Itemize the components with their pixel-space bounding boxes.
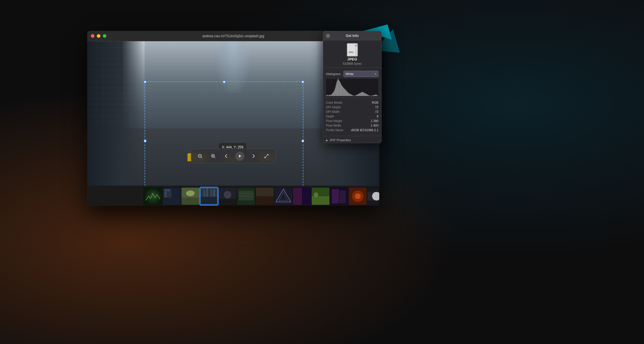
svg-rect-24 [211, 189, 212, 197]
svg-rect-21 [201, 197, 218, 205]
divider-1 [323, 68, 381, 68]
thumbnail-9[interactable] [293, 188, 311, 205]
zoom-in-button[interactable] [209, 152, 218, 160]
thumbnail-4[interactable] [200, 188, 218, 205]
divider-3 [323, 136, 381, 136]
thumbnail-13[interactable] [368, 188, 379, 205]
svg-line-4 [214, 157, 215, 158]
property-dpi-height: DPI Height 72 [326, 105, 378, 109]
property-pixel-height: Pixel Height 1 280 [326, 119, 378, 123]
svg-rect-10 [144, 188, 162, 205]
histogram-mode-value: White [345, 72, 353, 76]
property-profile-name: Profile Name sRGB IEC61966-2.1 [326, 128, 378, 132]
svg-line-8 [266, 154, 268, 156]
thumbnail-7[interactable] [256, 188, 274, 205]
maximize-button[interactable] [103, 34, 106, 38]
property-pixel-width: Pixel Width 1 920 [326, 123, 378, 128]
svg-rect-16 [164, 195, 167, 197]
expand-arrow-icon: ▶ [326, 139, 328, 142]
thumbnail-strip [143, 186, 379, 206]
svg-rect-42 [302, 188, 311, 205]
svg-line-1 [201, 157, 202, 158]
play-button[interactable] [235, 152, 244, 161]
property-dpi-width: DPI Width 72 [326, 109, 378, 114]
zoom-out-button[interactable] [196, 152, 204, 160]
thumbnail-12[interactable] [349, 188, 367, 205]
image-toolbar [191, 149, 276, 163]
svg-point-18 [186, 190, 195, 196]
info-panel-close-button[interactable]: × [326, 34, 330, 38]
center-buildings [145, 41, 322, 113]
svg-rect-14 [167, 189, 169, 191]
thumbnail-11[interactable] [330, 188, 348, 205]
histogram-row: Histogram: White ▾ [323, 69, 381, 79]
traffic-lights [91, 34, 106, 38]
svg-rect-41 [293, 188, 302, 205]
file-info-section: JPEG JPEG 533888 bytes [323, 40, 381, 66]
histogram-chart [326, 79, 378, 96]
thumbnail-8[interactable] [274, 188, 292, 205]
histogram-label: Histogram: [326, 72, 341, 76]
file-size-label: 533888 bytes [343, 62, 361, 65]
minimize-button[interactable] [97, 34, 100, 38]
thumbnail-2[interactable] [163, 188, 181, 205]
thumbnail-10[interactable] [312, 188, 329, 205]
thumbnail-5[interactable] [219, 188, 236, 205]
svg-rect-19 [181, 198, 199, 205]
svg-rect-13 [164, 189, 167, 191]
svg-rect-48 [339, 190, 346, 203]
building-grid-left [90, 41, 142, 127]
svg-rect-47 [332, 189, 339, 203]
histogram-chevron-icon: ▾ [375, 72, 376, 75]
info-panel-title: Get Info [346, 34, 359, 38]
svg-line-9 [265, 156, 266, 158]
svg-point-27 [224, 191, 231, 198]
info-panel: × Get Info JPEG JPEG 533888 bytes Histog… [323, 31, 382, 143]
divider-2 [323, 98, 381, 98]
properties-table: Color Model RGB DPI Height 72 DPI Width … [323, 99, 381, 135]
thumbnail-3[interactable] [181, 188, 199, 205]
svg-rect-28 [219, 199, 236, 205]
svg-rect-25 [213, 190, 215, 197]
svg-text:JPEG: JPEG [348, 51, 353, 53]
svg-rect-35 [256, 196, 274, 205]
svg-rect-22 [204, 190, 205, 197]
svg-rect-34 [256, 188, 274, 196]
fullscreen-button[interactable] [262, 152, 271, 160]
svg-point-51 [355, 193, 361, 199]
svg-rect-30 [239, 190, 254, 200]
svg-point-45 [314, 192, 318, 197]
thumbnail-6[interactable] [237, 188, 255, 205]
file-type-icon: JPEG [347, 43, 358, 56]
property-depth: Depth 8 [326, 114, 378, 119]
svg-rect-44 [312, 196, 329, 205]
window-title: andrea-cau-nV7GJmSq3zc-unsplash.jpg [202, 34, 264, 38]
svg-rect-23 [206, 188, 208, 197]
svg-marker-7 [239, 155, 241, 158]
histogram-mode-select[interactable]: White ▾ [343, 71, 378, 77]
file-type-label: JPEG [347, 57, 357, 61]
forward-button[interactable] [249, 152, 258, 160]
svg-rect-36 [274, 188, 292, 205]
svg-rect-71 [347, 44, 355, 56]
jfif-label: JFIF Properties [329, 138, 351, 142]
svg-rect-15 [164, 192, 167, 194]
jfif-expand-row[interactable]: ▶ JFIF Properties [323, 137, 381, 143]
info-panel-header: × Get Info [323, 31, 381, 40]
close-button[interactable] [91, 34, 94, 38]
property-color-model: Color Model RGB [326, 100, 378, 105]
thumbnail-1[interactable] [144, 188, 162, 205]
back-button[interactable] [222, 152, 231, 160]
